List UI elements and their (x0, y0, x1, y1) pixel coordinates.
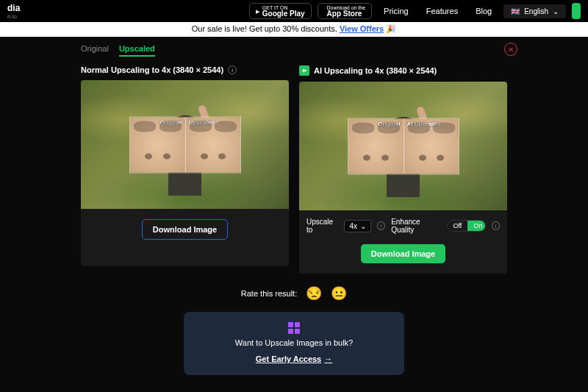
enhance-quality-toggle[interactable]: Off On (447, 220, 486, 232)
close-icon: ✕ (508, 46, 514, 54)
toggle-on[interactable]: On (467, 221, 485, 231)
result-modal-backdrop: ✕ Original Upscaled Normal Upscaling to … (0, 37, 588, 392)
close-button[interactable]: ✕ (504, 43, 517, 56)
promo-banner: Our sale is live! Get upto 30% discounts… (0, 22, 588, 37)
ai-controls: Upscale to 4x ⌄ i Enhance Quality Off On… (299, 210, 507, 234)
toggle-off[interactable]: Off (448, 221, 468, 231)
upscale-factor-select[interactable]: 4x ⌄ (344, 220, 371, 232)
rating-row: Rate this result: 😒 😐 (81, 285, 507, 302)
enhance-label: Enhance Quality (391, 218, 440, 234)
play-icon: ▶ (256, 9, 259, 14)
info-icon[interactable]: i (492, 221, 500, 230)
normal-title: Normal Upscaling to 4x (3840 × 2544) (81, 65, 223, 74)
result-tabs: Original Upscaled (81, 44, 507, 57)
download-normal-button[interactable]: Download Image (142, 219, 228, 240)
bulk-title: Want to Upscale Images in bulk? (194, 338, 394, 347)
zoom-compare-normal: Original Upscaled (129, 116, 241, 173)
tab-original[interactable]: Original (81, 44, 109, 57)
nav-blog[interactable]: Blog (476, 7, 492, 15)
tab-upscaled[interactable]: Upscaled (119, 44, 155, 57)
rate-label: Rate this result: (241, 289, 297, 298)
view-offers-link[interactable]: View Offers (340, 24, 384, 33)
download-ai-button[interactable]: Download Image (361, 244, 445, 263)
normal-image-preview: Original Upscaled (81, 80, 289, 209)
zoom-compare-ai: Original AI Upscaled (348, 118, 459, 174)
chevron-down-icon: ⌄ (553, 7, 559, 15)
language-select[interactable]: 🇬🇧 English ⌄ (503, 4, 566, 18)
arrow-right-icon: → (324, 354, 332, 363)
nav-features[interactable]: Features (426, 7, 458, 15)
chevron-down-icon: ⌄ (360, 222, 366, 230)
google-play-badge[interactable]: ▶ GET IT ON Google Play (249, 3, 312, 19)
party-icon: 🎉 (386, 24, 396, 33)
flag-icon: 🇬🇧 (511, 7, 520, 15)
signup-button[interactable] (572, 3, 581, 19)
logo: dia n.io (7, 3, 20, 20)
early-access-link[interactable]: Get Early Access → (256, 354, 332, 363)
rating-neutral-button[interactable]: 😐 (331, 285, 347, 302)
bulk-icon (288, 322, 300, 334)
ai-title: AI Upscaling to 4x (3840 × 2544) (314, 66, 437, 75)
result-modal: ✕ Original Upscaled Normal Upscaling to … (81, 44, 507, 375)
ai-image-preview: Original AI Upscaled (299, 82, 507, 210)
app-store-badge[interactable]: Download on the App Store (318, 3, 373, 19)
rating-bad-button[interactable]: 😒 (306, 285, 322, 302)
bulk-upsell-card: Want to Upscale Images in bulk? Get Earl… (184, 312, 404, 375)
top-header: dia n.io ▶ GET IT ON Google Play Downloa… (0, 0, 588, 22)
info-icon[interactable]: i (228, 65, 237, 74)
normal-upscale-column: Normal Upscaling to 4x (3840 × 2544) i O… (81, 65, 289, 274)
upscale-to-label: Upscale to (306, 218, 338, 234)
ai-upscale-icon (299, 65, 309, 76)
info-icon[interactable]: i (377, 221, 385, 230)
nav-pricing[interactable]: Pricing (384, 7, 409, 15)
ai-upscale-column: AI Upscaling to 4x (3840 × 2544) Origina… (299, 65, 507, 274)
